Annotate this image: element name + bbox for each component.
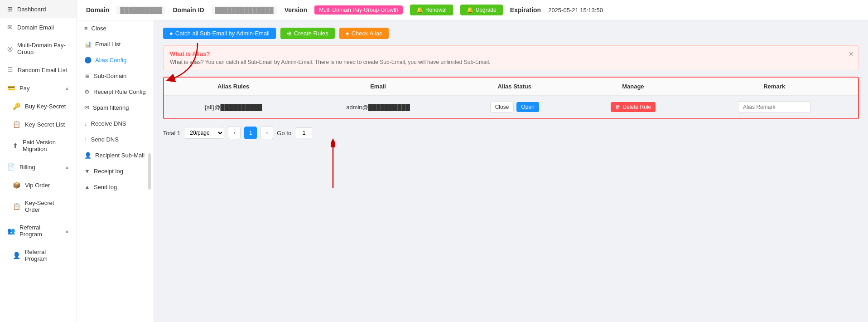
key-secret-list-icon: 📋	[13, 121, 20, 128]
sub-nav-email-list[interactable]: 📊 Email List	[77, 36, 154, 52]
catch-all-label: Catch all Sub-Email by Admin-Email	[175, 30, 270, 37]
sub-nav-spam-label: Spam filtering	[93, 104, 129, 111]
sub-nav-recipient-sub-label: Recipient Sub-Mail	[95, 152, 145, 159]
prev-page-button[interactable]: ‹	[228, 127, 241, 139]
goto-label: Go to	[277, 130, 291, 137]
buy-key-icon: 🔑	[13, 102, 20, 110]
sidebar-label-referral-program: Referral Program	[25, 249, 69, 262]
sub-nav-close-label: Close	[92, 25, 106, 32]
alert-banner: What is Alias? What is alias? You can ca…	[163, 45, 859, 70]
col-alias-status: Alias Status	[453, 78, 576, 96]
sidebar-label-key-secret-order: Key-Secret Order	[25, 200, 69, 213]
upgrade-button[interactable]: 🔔 Upgrade	[460, 5, 503, 15]
domain-label: Domain	[86, 6, 109, 14]
sub-nav-send-dns[interactable]: ↑ Send DNS	[77, 132, 154, 147]
create-rules-button[interactable]: ⊕ Create Rules	[280, 28, 335, 39]
domain-id-label: Domain ID	[173, 6, 204, 14]
header-bar: Domain ██████████ Domain ID ████████████…	[77, 0, 868, 20]
table-row: {all}@██████████ admin@██████████ Close …	[164, 96, 858, 119]
spam-nav-icon: ✉	[84, 104, 89, 111]
renewal-label: Renewal	[425, 7, 447, 13]
alias-table-wrapper: Alias Rules Email Alias Status Manage Re…	[163, 77, 859, 119]
open-status-button[interactable]: Open	[516, 102, 539, 112]
version-label: Version	[285, 6, 308, 14]
sidebar: ⊞ Dashboard ✉ Domain Email ◎ Multi-Domai…	[0, 0, 77, 322]
renewal-button[interactable]: 🔔 Renewal	[410, 5, 453, 15]
alias-status-buttons: Close Open	[461, 102, 569, 112]
sidebar-item-key-secret-order[interactable]: 📋 Key-Secret Order	[0, 194, 77, 219]
sidebar-label-billing: Billing	[19, 164, 35, 171]
sidebar-item-key-secret-list[interactable]: 📋 Key-Secret List	[0, 115, 77, 133]
alert-close-button[interactable]: ✕	[849, 50, 854, 58]
paid-migration-icon: ⬆	[13, 142, 18, 149]
billing-collapse-icon: ▲	[65, 165, 69, 170]
main-panel: Domain ██████████ Domain ID ████████████…	[77, 0, 868, 322]
sidebar-label-random-email: Random Email List	[18, 67, 67, 73]
create-rules-label: Create Rules	[294, 30, 328, 37]
sidebar-item-pay[interactable]: 💳 Pay ▲	[0, 79, 77, 97]
sidebar-item-multi-domain[interactable]: ◎ Multi-Domain Pay-Group	[0, 36, 77, 61]
sub-nav-alias-config[interactable]: 🔵 Alias Config	[77, 52, 154, 68]
delete-icon: 🗑	[615, 104, 621, 110]
sidebar-item-random-email[interactable]: ☰ Random Email List	[0, 61, 77, 79]
expiration-label: Expiration	[510, 6, 541, 14]
expiration-value: 2025-05-21 15:13:50	[548, 7, 603, 14]
sidebar-item-referral-group[interactable]: 👥 Referral Program ▲	[0, 219, 77, 243]
sub-nav-receive-dns[interactable]: ↓ Receive DNS	[77, 116, 154, 132]
arrow-annotation-up	[331, 138, 335, 193]
recipient-sub-nav-icon: 👤	[84, 152, 92, 159]
sidebar-item-domain-email[interactable]: ✉ Domain Email	[0, 18, 77, 36]
per-page-select[interactable]: 20/page 50/page 100/page	[184, 127, 224, 139]
content-area: ≡ Close 📊 Email List 🔵 Alias Config 🖥 Su…	[77, 20, 868, 322]
action-buttons-row: ● Catch all Sub-Email by Admin-Email ⊕ C…	[163, 28, 859, 39]
sub-nav-sub-domain[interactable]: 🖥 Sub-Domain	[77, 68, 154, 84]
table-header-row: Alias Rules Email Alias Status Manage Re…	[164, 78, 858, 96]
vip-order-icon: 📦	[13, 181, 20, 189]
col-manage: Manage	[576, 78, 691, 96]
sub-navigation: ≡ Close 📊 Email List 🔵 Alias Config 🖥 Su…	[77, 20, 154, 322]
sidebar-item-billing[interactable]: 📄 Billing ▲	[0, 158, 77, 176]
sidebar-label-buy-key: Buy Key-Secret	[25, 103, 66, 110]
upgrade-icon: 🔔	[467, 7, 473, 13]
alert-text: What is alias? You can catch all Sub-Ema…	[170, 59, 852, 65]
domain-email-icon: ✉	[7, 24, 13, 31]
open-status-label: Open	[521, 104, 534, 110]
check-alias-button[interactable]: ● Check Alias	[339, 28, 389, 39]
sub-nav-send-log[interactable]: ▲ Send log	[77, 179, 154, 195]
current-page-number: 1	[249, 130, 252, 136]
close-status-label: Close	[495, 104, 509, 110]
delete-rule-button[interactable]: 🗑 Delete Rule	[611, 102, 656, 112]
sub-nav-spam[interactable]: ✉ Spam filtering	[77, 100, 154, 116]
check-alias-label: Check Alias	[352, 30, 382, 37]
remark-input[interactable]	[738, 101, 810, 113]
sub-nav-receipt-log[interactable]: ▼ Receipt log	[77, 163, 154, 179]
domain-id-value: ██████████████	[212, 6, 277, 15]
referral-group-icon: 👥	[7, 227, 15, 234]
col-remark: Remark	[690, 78, 858, 96]
close-status-button[interactable]: Close	[490, 102, 514, 112]
email-list-nav-icon: 📊	[84, 41, 92, 48]
remark-cell	[690, 96, 858, 119]
sub-nav-sub-domain-label: Sub-Domain	[94, 73, 126, 79]
sub-nav-send-log-label: Send log	[94, 184, 117, 190]
sidebar-item-referral-program[interactable]: 👤 Referral Program	[0, 243, 77, 268]
goto-input[interactable]	[295, 127, 313, 138]
catch-all-button[interactable]: ● Catch all Sub-Email by Admin-Email	[163, 28, 276, 39]
current-page-button[interactable]: 1	[244, 127, 257, 139]
domain-value: ██████████	[116, 6, 165, 15]
sidebar-item-buy-key[interactable]: 🔑 Buy Key-Secret	[0, 97, 77, 115]
sub-nav-recipient-sub[interactable]: 👤 Recipient Sub-Mail	[77, 147, 154, 163]
alert-title: What is Alias?	[170, 50, 852, 57]
alias-table: Alias Rules Email Alias Status Manage Re…	[164, 78, 858, 118]
sub-nav-receipt-rule[interactable]: ⚙ Receipt Rule Config	[77, 84, 154, 100]
next-page-button[interactable]: ›	[260, 127, 273, 139]
total-label: Total 1	[163, 130, 180, 137]
sidebar-item-paid-migration[interactable]: ⬆ Paid Version Migration	[0, 133, 77, 158]
upgrade-label: Upgrade	[476, 7, 497, 13]
sub-nav-receive-dns-label: Receive DNS	[91, 120, 126, 127]
dashboard-icon: ⊞	[7, 5, 13, 13]
sidebar-item-dashboard[interactable]: ⊞ Dashboard	[0, 0, 77, 18]
sidebar-label-dashboard: Dashboard	[17, 6, 46, 13]
sub-nav-close[interactable]: ≡ Close	[77, 20, 154, 36]
sidebar-item-vip-order[interactable]: 📦 Vip Order	[0, 176, 77, 194]
